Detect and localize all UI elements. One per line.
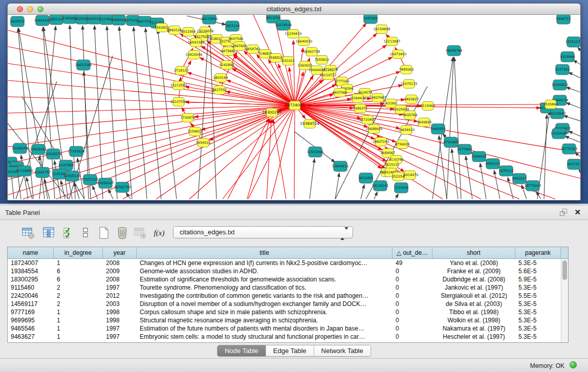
- graph-node[interactable]: 1640954: [431, 124, 445, 134]
- show-columns-icon[interactable]: [41, 225, 56, 240]
- graph-node[interactable]: 9012456: [359, 173, 373, 183]
- graph-node[interactable]: 9227343: [555, 64, 570, 75]
- graph-node[interactable]: 19218506: [275, 20, 292, 30]
- table-row[interactable]: 1872400712008Changes of HCN gene express…: [8, 259, 568, 267]
- graph-node[interactable]: 12505135: [64, 171, 81, 181]
- graph-node[interactable]: 12923466: [307, 147, 324, 157]
- table-vertical-scrollbar[interactable]: [561, 259, 568, 342]
- graph-node[interactable]: 12942757: [34, 167, 51, 178]
- graph-node[interactable]: 9115460: [421, 102, 435, 111]
- graph-node[interactable]: 2405572: [10, 16, 25, 27]
- graph-node[interactable]: 9450232: [486, 159, 500, 169]
- close-panel-icon[interactable]: ✕: [574, 208, 581, 217]
- table-mode-icon[interactable]: [78, 225, 93, 240]
- column-header-title[interactable]: title: [137, 247, 393, 258]
- column-header-in_degree[interactable]: in_degree: [54, 247, 103, 258]
- graph-node[interactable]: 9177443: [458, 144, 472, 155]
- graph-node[interactable]: 1595844: [543, 100, 558, 109]
- graph-node[interactable]: 16774243: [525, 181, 541, 191]
- graph-node[interactable]: 12975115: [401, 80, 418, 89]
- graph-node[interactable]: 7654013: [196, 139, 210, 147]
- graph-node[interactable]: 14136141: [372, 181, 389, 191]
- graph-node[interactable]: 12093832: [552, 80, 569, 90]
- memory-status-led[interactable]: [570, 361, 577, 368]
- graph-node[interactable]: 15751074: [565, 37, 581, 47]
- table-row[interactable]: 969969511998Structural magnetic resonanc…: [8, 316, 568, 324]
- graph-node[interactable]: 12213987: [384, 37, 401, 46]
- close-window-button[interactable]: [17, 6, 23, 12]
- minimize-window-button[interactable]: [27, 6, 33, 12]
- graph-node[interactable]: 62160: [385, 99, 397, 108]
- column-header-out_de[interactable]: △ out_de…: [393, 247, 432, 258]
- table-selector-dropdown[interactable]: citations_edges.txt: [173, 226, 353, 238]
- zoom-window-button[interactable]: [37, 6, 43, 12]
- graph-node[interactable]: 9417357: [567, 159, 581, 169]
- table-row[interactable]: 1456911722003Disruption of a novel membe…: [8, 300, 568, 308]
- graph-node[interactable]: 16640910: [296, 37, 313, 46]
- tab-edge-table[interactable]: Edge Table: [266, 345, 314, 356]
- graph-node[interactable]: 9450217: [512, 173, 527, 184]
- graph-node[interactable]: 2718120: [174, 67, 188, 75]
- table-row[interactable]: 1938455462009Genome-wide association stu…: [8, 267, 568, 275]
- delete-table-icon[interactable]: [133, 225, 148, 240]
- graph-node[interactable]: 10107554: [170, 98, 187, 106]
- graph-node[interactable]: 9495768: [403, 111, 417, 120]
- graph-node[interactable]: 16782759: [114, 182, 131, 192]
- graph-node[interactable]: 7254812: [188, 127, 202, 136]
- graph-node[interactable]: 1675122: [499, 166, 513, 176]
- graph-node[interactable]: 7857234: [225, 21, 239, 31]
- graph-node[interactable]: 9242848: [220, 61, 234, 70]
- graph-node[interactable]: 19654923: [398, 126, 415, 135]
- graph-node[interactable]: 6791985: [444, 137, 458, 147]
- table-row[interactable]: 2242004622012Investigating the contribut…: [8, 292, 568, 300]
- graph-node[interactable]: 8427552: [212, 86, 227, 95]
- graph-node[interactable]: 7986372: [353, 104, 367, 113]
- graph-node[interactable]: 7955812: [315, 56, 329, 64]
- graph-node[interactable]: 12213583: [170, 81, 187, 90]
- graph-node[interactable]: 2867608: [232, 42, 247, 51]
- graph-node[interactable]: 1844098: [472, 151, 486, 162]
- table-options-icon[interactable]: [20, 225, 36, 240]
- graph-node[interactable]: 16033809: [201, 15, 218, 24]
- graph-node[interactable]: 8912954: [181, 28, 195, 36]
- graph-node[interactable]: 17359924: [68, 146, 85, 157]
- graph-node[interactable]: 9329966: [560, 52, 575, 62]
- network-graph-canvas[interactable]: 2405572206914061881104234590516055127106…: [8, 15, 581, 201]
- graph-node[interactable]: 20206576: [45, 149, 62, 159]
- float-panel-icon[interactable]: [559, 209, 568, 217]
- graph-node[interactable]: 832203: [282, 57, 294, 65]
- table-row[interactable]: 946554611997Estimation of the future num…: [8, 324, 568, 333]
- graph-node[interactable]: 11254419: [285, 30, 302, 38]
- graph-node[interactable]: 1881104: [49, 15, 63, 25]
- column-header-short[interactable]: short: [432, 247, 515, 258]
- table-row[interactable]: 911546021997Tourette syndrome. Phenomeno…: [8, 283, 568, 292]
- column-header-pagerank[interactable]: pagerank: [515, 247, 561, 258]
- graph-node[interactable]: 16961758: [303, 48, 320, 56]
- column-header-year[interactable]: year: [103, 247, 137, 258]
- graph-node[interactable]: 16770323: [561, 144, 578, 154]
- graph-node[interactable]: 1588520: [269, 54, 283, 62]
- graph-node[interactable]: 19565061: [30, 144, 47, 155]
- graph-node[interactable]: 16648784: [446, 46, 463, 56]
- graph-node[interactable]: 12103694: [551, 128, 568, 139]
- graph-node[interactable]: 9463627: [404, 95, 419, 104]
- graph-node[interactable]: 2803144: [213, 74, 228, 82]
- graph-node[interactable]: 6497568: [333, 89, 347, 97]
- table-row[interactable]: 946362711997Embryonic stem cells: a mode…: [8, 333, 568, 341]
- row-selection-icon[interactable]: [61, 225, 76, 240]
- graph-node[interactable]: 9756928: [395, 140, 409, 149]
- graph-node[interactable]: 2087682: [363, 15, 378, 24]
- graph-node[interactable]: 20691406: [34, 15, 51, 26]
- graph-node[interactable]: 13894512: [332, 161, 349, 171]
- tab-node-table[interactable]: Node Table: [217, 345, 266, 356]
- table-row[interactable]: 1830029562008Estimation of significance …: [8, 275, 568, 283]
- delete-columns-icon[interactable]: [115, 225, 130, 240]
- graph-node[interactable]: 11156869: [16, 166, 33, 176]
- function-builder-icon[interactable]: f(x): [151, 225, 167, 240]
- graph-node[interactable]: 10958167: [97, 178, 114, 188]
- graph-node[interactable]: 1733426: [394, 183, 408, 193]
- graph-node[interactable]: 9699695: [417, 118, 431, 127]
- graph-node[interactable]: 5946712: [556, 15, 571, 24]
- graph-node[interactable]: 10973493: [390, 50, 407, 59]
- network-window-titlebar[interactable]: citations_edges.txt: [8, 4, 580, 15]
